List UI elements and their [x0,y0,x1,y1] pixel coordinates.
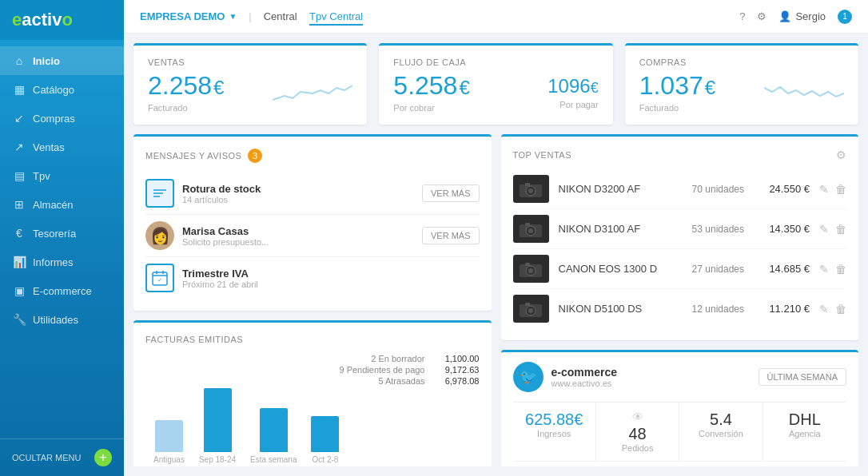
warehouse-icon: ⊞ [12,197,26,212]
stock-icon [145,179,174,208]
tv-units-2: 27 unidades [680,264,744,275]
tv-price-2: 14.685 € [754,263,810,275]
tv-name-0: NIKON D3200 AF [559,183,671,195]
sidebar-item-tpv[interactable]: ▤ Tpv [0,161,124,190]
tv-name-3: NIKON D5100 DS [559,303,671,315]
ecom-ingresos-val: 625.88€ [520,411,589,429]
person-ver-mas-button[interactable]: VER MÁS [422,227,480,244]
person-sub: Solicito presupuesto... [182,237,414,247]
svg-rect-23 [525,263,530,266]
hide-menu-footer[interactable]: OCULTAR MENU + [0,438,124,476]
edit-icon-1[interactable]: ✎ [819,223,829,236]
kpi-flujo-sub2: Por pagar [547,100,598,109]
help-icon[interactable]: ? [739,10,745,22]
logo-text: eactivo [12,10,73,30]
sidebar-nav: ⌂ Inicio ▦ Catálogo ↙ Compras ↗ Ventas ▤… [0,40,124,438]
tv-units-3: 12 unidades [680,303,744,315]
ecom-stat-conversion: 5.4 Conversión [679,403,762,461]
sidebar-item-almacen[interactable]: ⊞ Almacén [0,190,124,219]
person-title: Marisa Casas [182,225,414,237]
bar-sep-rect [204,388,232,452]
sidebar-item-tesoreria[interactable]: € Tesorería [0,219,124,248]
kpi-compras-label: COMPRAS [639,58,844,67]
compras-sparkline [764,76,844,108]
tv-item-0: NIKON D3200 AF 70 unidades 24.550 € ✎ 🗑 [513,169,847,209]
svg-rect-28 [525,303,530,306]
tv-thumb-0 [513,175,549,203]
top-header: EMPRESA DEMO ▼ | Central Tpv Central ? ⚙… [124,0,868,34]
ecom-url: www.eactivo.es [551,379,618,388]
week-button[interactable]: ÚLTIMA SEMANA [759,368,846,386]
top-ventas-header: TOP VENTAS ⚙ [513,149,847,161]
kpi-flujo: FLUJO DE CAJA 5.258€ Por cobrar 1096€ Po… [379,43,612,125]
delete-icon-1[interactable]: 🗑 [835,223,846,236]
delete-icon-2[interactable]: 🗑 [835,263,846,276]
legend-label-1: 2 En borrador [371,354,424,363]
svg-text:✓: ✓ [157,277,162,283]
tv-name-1: NIKON D3100 AF [559,223,671,235]
ecom-stats: 625.88€ Ingresos 👁 48 Pedidos 5.4 Conver… [513,402,847,462]
sidebar-item-ecommerce[interactable]: ▣ E-commerce [0,276,124,305]
svg-point-17 [528,228,533,233]
sidebar-item-label: Informes [33,256,74,268]
bar-antiguas: Antiguas [153,420,185,464]
gear-icon[interactable]: ⚙ [757,10,766,22]
bar-oct: Oct 2-8 [311,416,339,464]
tv-item-1: NIKON D3100 AF 53 unidades 14.350 € ✎ 🗑 [513,209,847,249]
tools-icon: 🔧 [12,312,26,327]
kpi-ventas-sub: Facturado [148,103,224,113]
nav-tpv-central[interactable]: Tpv Central [309,10,363,26]
bar-antiguas-rect [155,420,183,452]
svg-point-27 [528,308,533,313]
delete-icon-3[interactable]: 🗑 [835,303,846,315]
add-button[interactable]: + [94,449,112,466]
kpi-ventas: VENTAS 2.258€ Facturado [133,43,367,125]
catalog-icon: ▦ [12,82,26,97]
messages-card: MENSAJES Y AVISOS 3 Rotura de stock 14 a… [133,134,492,311]
reports-icon: 📊 [12,255,26,269]
messages-title: MENSAJES Y AVISOS 3 [145,149,480,163]
invoices-title: FACTURAS EMITIDAS [145,335,480,344]
sidebar-item-inicio[interactable]: ⌂ Inicio [0,46,124,75]
legend-val-1: 1,100.00 [432,354,480,363]
message-item-person: 👩 Marisa Casas Solicito presupuesto... V… [145,215,480,257]
kpi-flujo-sub1: Por cobrar [393,103,469,113]
empresa-dropdown[interactable]: EMPRESA DEMO ▼ [140,10,237,22]
svg-point-12 [528,188,533,193]
sidebar-item-informes[interactable]: 📊 Informes [0,248,124,276]
sidebar-item-label: Almacén [33,199,74,211]
kpi-row: VENTAS 2.258€ Facturado FLUJO DE CAJA [133,43,858,125]
sidebar-item-ventas[interactable]: ↗ Ventas [0,133,124,161]
legend-label-3: 5 Atrasadas [378,376,424,386]
ecom-stat-agencia: DHL Agencia [763,403,846,461]
hide-menu-label: OCULTAR MENU [12,453,81,462]
tv-price-3: 11.210 € [754,303,810,315]
sidebar-item-compras[interactable]: ↙ Compras [0,104,124,133]
ecom-agencia-val: DHL [770,411,840,429]
ecom-stat-ingresos: 625.88€ Ingresos [513,403,596,461]
sidebar-item-utilidades[interactable]: 🔧 Utilidades [0,305,124,334]
shopping-icon: ↙ [12,111,26,125]
stock-ver-mas-button[interactable]: VER MÁS [422,184,480,202]
delete-icon-0[interactable]: 🗑 [835,183,846,196]
treasury-icon: € [12,226,26,240]
kpi-compras: COMPRAS 1.037€ Facturado [625,43,858,125]
sidebar-item-catalogo[interactable]: ▦ Catálogo [0,75,124,104]
edit-icon-0[interactable]: ✎ [819,183,829,196]
bar-esta-semana-rect [260,408,288,452]
top-ventas-gear-icon[interactable]: ⚙ [836,149,846,161]
legend-val-2: 9,172.63 [432,365,480,375]
notification-badge[interactable]: 1 [838,10,852,24]
legend-val-3: 6,978.08 [432,376,480,386]
calendar-title: Trimestre IVA [182,268,480,280]
ecom-pedidos-label: Pedidos [603,443,672,453]
tv-actions-3: ✎ 🗑 [819,303,846,315]
sidebar-item-label: Tesorería [33,228,76,240]
tv-thumb-1 [513,215,549,243]
bar-esta-semana: Esta semana [250,408,297,464]
edit-icon-3[interactable]: ✎ [819,303,829,315]
nav-central[interactable]: Central [264,10,297,22]
user-menu[interactable]: 👤 Sergio [778,10,826,22]
edit-icon-2[interactable]: ✎ [819,263,829,276]
header-right: ? ⚙ 👤 Sergio 1 [739,10,852,24]
